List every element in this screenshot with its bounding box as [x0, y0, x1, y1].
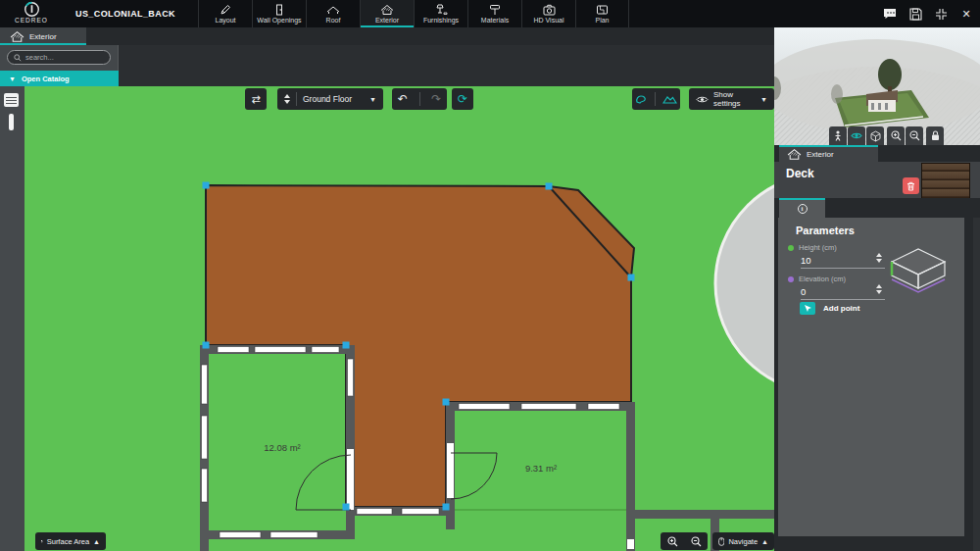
info-icon: i: [798, 204, 808, 214]
terrain-shape-icon[interactable]: [662, 93, 677, 105]
elevation-parameter: Elevation (cm) 0: [788, 275, 886, 300]
show-settings-label: Show settings: [713, 90, 756, 108]
elevation-input[interactable]: 0: [801, 286, 886, 297]
swap-icon[interactable]: ⇄: [245, 88, 267, 110]
reset-icon[interactable]: ⟳: [452, 88, 473, 110]
blueprint-icon: [596, 4, 609, 16]
chevron-down-icon: ▼: [9, 75, 16, 82]
preview-3d[interactable]: [774, 27, 980, 145]
undo-icon[interactable]: ↶: [398, 92, 408, 106]
height-input[interactable]: 10: [801, 255, 886, 266]
save-icon[interactable]: [907, 6, 923, 22]
pool-circle[interactable]: [715, 174, 774, 393]
roof-icon: [326, 4, 340, 16]
navigate-label: Navigate: [728, 537, 758, 546]
elevation-dot-icon: [788, 276, 794, 282]
cube-view-icon[interactable]: [866, 126, 884, 145]
room-label-2: 9.31 m²: [525, 463, 557, 474]
open-catalog-label: Open Catalog: [22, 75, 70, 83]
add-point-button[interactable]: Add point: [800, 302, 859, 315]
zoom-out-icon[interactable]: [906, 126, 923, 145]
panel-header: Deck: [774, 162, 980, 198]
delete-button[interactable]: [903, 177, 919, 194]
menu-exterior[interactable]: Exterior: [360, 0, 414, 27]
catalog-panel: search... ▼ Open Catalog: [0, 45, 119, 86]
elevation-stepper[interactable]: [876, 284, 882, 294]
house-icon: [10, 30, 24, 43]
terrain-tools-group: [632, 88, 680, 110]
chevron-down-icon: ▼: [369, 96, 376, 103]
menu-roof[interactable]: Roof: [306, 0, 360, 27]
panel-tab-exterior[interactable]: Exterior: [779, 145, 878, 162]
navigate-button[interactable]: Navigate ▲: [712, 532, 774, 550]
room-label-1: 12.08 m²: [264, 442, 301, 453]
surface-area-label: Surface Area: [47, 537, 89, 546]
menu-plan[interactable]: Plan: [575, 0, 629, 27]
chevron-up-icon: ▲: [761, 538, 768, 545]
show-settings-button[interactable]: Show settings ▼: [689, 88, 774, 110]
properties-panel: Exterior Deck i Parameters Height (cm) 1…: [774, 145, 980, 551]
chevron-down-icon: ▼: [760, 96, 767, 103]
house-icon: [380, 4, 394, 16]
zoom-in-icon[interactable]: [887, 126, 905, 145]
height-dot-icon: [788, 245, 794, 251]
left-tool-strip: [0, 86, 24, 551]
terrain-paint-icon[interactable]: [635, 93, 648, 105]
floorplan-canvas[interactable]: 12.08 m² 9.31 m² ⇄ Ground Floor ▼ ↶ ↷ ⟳ …: [24, 86, 774, 551]
door-icon: [273, 4, 285, 16]
panel-scrollbar[interactable]: [973, 218, 980, 551]
comment-icon[interactable]: [882, 6, 898, 22]
floorplan-drawing: 12.08 m² 9.31 m²: [24, 86, 774, 551]
panel-subtabs: i: [774, 198, 980, 218]
redo-icon[interactable]: ↷: [431, 92, 441, 106]
parameters-title: Parameters: [796, 225, 855, 236]
menu-furnishings[interactable]: Furnishings: [414, 0, 467, 27]
cedreo-logo: CEDREO: [6, 1, 57, 26]
zoom-out-icon[interactable]: [691, 536, 702, 547]
document-tabstrip: Exterior: [0, 27, 774, 45]
zoom-buttons: [661, 532, 708, 550]
house-icon: [787, 148, 802, 161]
menu-wall-openings[interactable]: Wall Openings: [252, 0, 306, 27]
camera-icon: [543, 4, 556, 16]
tab-exterior[interactable]: Exterior: [0, 27, 86, 45]
menu-layout[interactable]: Layout: [198, 0, 252, 27]
open-catalog-button[interactable]: ▼ Open Catalog: [0, 71, 119, 86]
tab-exterior-label: Exterior: [29, 32, 57, 41]
height-stepper[interactable]: [876, 253, 882, 263]
search-icon: [14, 54, 22, 62]
surface-area-button[interactable]: Surface Area ▲: [35, 532, 106, 550]
floor-selector[interactable]: Ground Floor ▼: [277, 88, 383, 110]
project-title: US_COLONIAL_BACK: [57, 0, 194, 27]
zoom-in-icon[interactable]: [667, 536, 678, 547]
floor-selector-value: Ground Floor: [303, 94, 364, 104]
restore-icon[interactable]: [933, 6, 949, 22]
walk-view-icon[interactable]: [829, 126, 847, 145]
height-parameter: Height (cm) 10: [788, 243, 886, 269]
aerial-view-icon[interactable]: [848, 126, 865, 145]
add-point-label: Add point: [823, 304, 859, 313]
mouse-icon: [718, 536, 724, 547]
cedreo-logo-icon: [24, 1, 40, 18]
add-point-cursor-icon: [800, 302, 815, 315]
paint-roller-icon: [489, 4, 501, 16]
close-icon[interactable]: ✕: [958, 6, 974, 22]
panel-handle[interactable]: [9, 114, 14, 130]
application-window: CEDREO US_COLONIAL_BACK Layout Wall Open…: [0, 0, 980, 551]
titlebar: CEDREO US_COLONIAL_BACK Layout Wall Open…: [0, 0, 980, 27]
lock-icon[interactable]: [926, 126, 944, 145]
selected-object-title: Deck: [786, 167, 814, 180]
trash-icon: [906, 181, 915, 191]
menu-materials[interactable]: Materials: [467, 0, 521, 27]
panel-tab-label: Exterior: [807, 150, 834, 159]
undo-redo-group: ↶ ↷: [392, 88, 447, 110]
menu-hd-visual[interactable]: HD Visual: [521, 0, 575, 27]
layers-icon[interactable]: [4, 93, 19, 107]
floor-sort-icon: [284, 94, 290, 104]
height-label: Height (cm): [799, 243, 837, 252]
lamp-icon: [435, 4, 448, 16]
search-input[interactable]: search...: [7, 50, 111, 65]
chevron-up-icon: ▲: [93, 538, 100, 545]
elevation-label: Elevation (cm): [799, 275, 846, 283]
tab-info[interactable]: i: [779, 198, 825, 218]
